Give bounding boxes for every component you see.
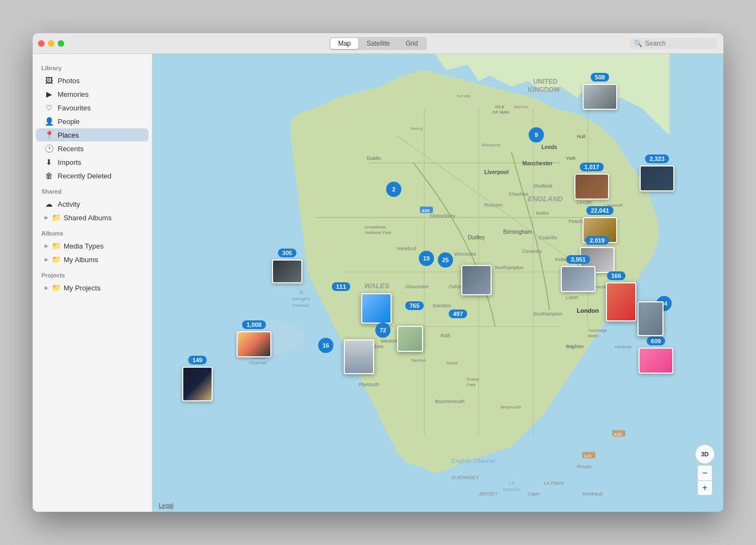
- cluster-count: 1,008: [242, 320, 266, 329]
- sidebar-item-activity[interactable]: ☁ Activity: [36, 197, 148, 210]
- cluster-166[interactable]: 166: [607, 271, 625, 280]
- 3d-button[interactable]: 3D: [695, 444, 715, 464]
- sidebar-item-label: Photos: [58, 77, 79, 85]
- cluster-3951[interactable]: 3,951: [561, 255, 596, 292]
- sidebar-item-places[interactable]: 📍 Places: [36, 128, 148, 141]
- minimize-button[interactable]: [48, 40, 54, 47]
- photo-water[interactable]: [361, 293, 392, 324]
- sidebar-item-favourites[interactable]: ♡ Favourites: [36, 101, 148, 114]
- legal-link[interactable]: Legal: [159, 502, 173, 509]
- search-input[interactable]: [645, 40, 712, 47]
- maximize-button[interactable]: [58, 40, 64, 47]
- chevron-icon: ▶: [45, 243, 48, 249]
- svg-text:Luton: Luton: [566, 295, 579, 300]
- svg-text:KINGDOM: KINGDOM: [528, 86, 559, 94]
- sidebar-item-photos[interactable]: 🖼 Photos: [36, 74, 148, 87]
- svg-text:Yeovil: Yeovil: [446, 361, 457, 366]
- cluster-thumbnail: [237, 331, 271, 357]
- svg-text:Wells: Wells: [588, 333, 598, 338]
- activity-icon: ☁: [45, 200, 53, 208]
- view-tabs: Map Satellite Grid: [330, 37, 427, 50]
- sidebar-item-memories[interactable]: ▶ Memories: [36, 88, 148, 101]
- sidebar-item-recently-deleted[interactable]: 🗑 Recently Deleted: [36, 169, 148, 182]
- sidebar-item-people[interactable]: 👤 People: [36, 115, 148, 128]
- cluster-thumbnail: [574, 174, 609, 200]
- cluster-497[interactable]: 497: [449, 309, 467, 318]
- svg-text:Tunbridge: Tunbridge: [588, 328, 608, 333]
- sidebar-item-label: Media Types: [64, 242, 103, 250]
- cluster-72[interactable]: 72: [375, 323, 391, 338]
- cluster-508[interactable]: 508: [583, 73, 617, 110]
- photo-person-right[interactable]: [637, 301, 664, 336]
- sidebar-item-media-types[interactable]: ▶ 📁 Media Types: [36, 239, 148, 252]
- cluster-765[interactable]: 765: [405, 301, 424, 310]
- sidebar-item-my-projects[interactable]: ▶ 📁 My Projects: [36, 281, 148, 294]
- cluster-25[interactable]: 25: [438, 252, 453, 268]
- svg-text:GUERNSEY: GUERNSEY: [451, 475, 479, 480]
- cluster-305[interactable]: 305: [272, 249, 302, 283]
- people-icon: 👤: [45, 117, 53, 126]
- tab-satellite[interactable]: Satellite: [359, 38, 398, 49]
- svg-text:Liverpool: Liverpool: [484, 169, 509, 175]
- cluster-1017[interactable]: 1,017: [574, 163, 609, 200]
- svg-text:Forest: Forest: [467, 377, 479, 382]
- favourites-icon: ♡: [45, 103, 53, 112]
- tab-grid[interactable]: Grid: [398, 38, 426, 49]
- chevron-icon: ▶: [45, 257, 48, 262]
- svg-text:Channel: Channel: [249, 360, 267, 366]
- photo-orange[interactable]: [606, 282, 636, 321]
- sidebar-item-label: My Projects: [64, 284, 101, 292]
- close-button[interactable]: [38, 40, 45, 47]
- svg-text:Southampton: Southampton: [533, 311, 562, 317]
- svg-text:ENGLAND: ENGLAND: [528, 195, 563, 203]
- my-projects-icon: 📁: [52, 283, 60, 292]
- svg-text:Northampton: Northampton: [495, 265, 523, 270]
- zoom-in-button[interactable]: +: [697, 480, 712, 496]
- sidebar-item-label: Favourites: [58, 104, 91, 112]
- map-container: Bristol Channel English Channel Dublin I…: [152, 54, 723, 512]
- sidebar-item-recents[interactable]: 🕐 Recents: [36, 142, 148, 155]
- svg-text:Newry: Newry: [411, 126, 423, 131]
- imports-icon: ⬇: [45, 158, 53, 166]
- cluster-9[interactable]: 9: [529, 127, 544, 143]
- svg-text:Runcorn: Runcorn: [484, 202, 503, 208]
- photo-nature[interactable]: [397, 326, 423, 352]
- svg-text:Leeds: Leeds: [541, 144, 557, 150]
- cluster-609[interactable]: 609: [639, 337, 673, 374]
- svg-text:Bath: Bath: [441, 333, 451, 338]
- cluster-1008[interactable]: 1,008: [237, 320, 271, 357]
- cluster-count: 508: [591, 73, 609, 82]
- cluster-thumbnail: [182, 367, 213, 401]
- svg-text:York: York: [566, 156, 576, 161]
- svg-text:Caen: Caen: [528, 491, 540, 497]
- photo-thumbnail: [397, 326, 423, 352]
- svg-text:WALES: WALES: [364, 282, 390, 290]
- cluster-2323[interactable]: 2,323: [640, 154, 674, 191]
- main-content: Library 🖼 Photos ▶ Memories ♡ Favourites…: [33, 54, 723, 512]
- zoom-out-button[interactable]: −: [697, 465, 712, 480]
- cluster-count: 2,323: [645, 154, 669, 163]
- photo-london[interactable]: [461, 265, 492, 295]
- cluster-149[interactable]: 149: [182, 356, 213, 401]
- cluster-2[interactable]: 2: [386, 182, 401, 197]
- svg-text:Dublin: Dublin: [367, 156, 381, 161]
- svg-text:Weymouth: Weymouth: [500, 405, 521, 410]
- sidebar-item-label: People: [58, 117, 79, 126]
- svg-text:A55: A55: [422, 208, 430, 213]
- sidebar-item-shared-albums[interactable]: ▶ 📁 Shared Albums: [36, 211, 148, 224]
- cluster-16[interactable]: 16: [318, 338, 333, 353]
- sidebar-item-label: Activity: [58, 200, 80, 208]
- tab-map[interactable]: Map: [331, 38, 358, 49]
- search-bar[interactable]: 🔍: [630, 38, 717, 49]
- sidebar-item-my-albums[interactable]: ▶ 📁 My Albums: [36, 253, 148, 266]
- svg-text:St.: St.: [299, 290, 304, 295]
- map-area[interactable]: Bristol Channel English Channel Dublin I…: [152, 54, 723, 512]
- svg-text:Swindon: Swindon: [432, 303, 451, 308]
- svg-text:Hull: Hull: [577, 134, 586, 139]
- shared-albums-icon: 📁: [52, 213, 60, 222]
- cluster-111[interactable]: 111: [332, 282, 350, 291]
- svg-text:Coventry: Coventry: [522, 249, 542, 254]
- photo-grey-misty[interactable]: [344, 339, 374, 374]
- sidebar-item-imports[interactable]: ⬇ Imports: [36, 156, 148, 169]
- cluster-19[interactable]: 19: [419, 251, 434, 266]
